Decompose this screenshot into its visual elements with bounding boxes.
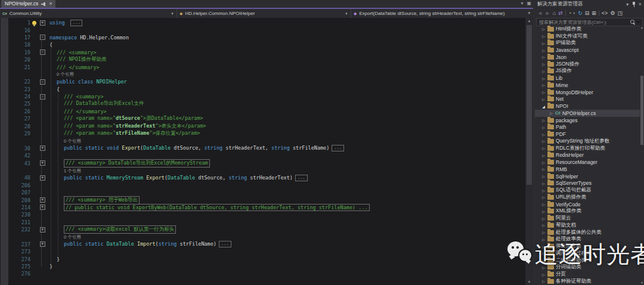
type-dropdown[interactable]: ◈ HD.Helper.Common.NPOIHelper ▼: [177, 9, 351, 18]
pending-changes-filter-icon[interactable]: ◔: [568, 10, 571, 17]
tree-item[interactable]: ▷各种验证帮助类: [535, 278, 640, 285]
tree-item[interactable]: ▷SqlServerTypes: [535, 180, 640, 187]
back-icon[interactable]: ◄: [537, 10, 543, 17]
expand-node-icon[interactable]: ▷: [541, 160, 546, 165]
expand-node-icon[interactable]: ▷: [541, 34, 546, 38]
expand-node-icon[interactable]: ▷: [541, 83, 546, 87]
expand-node-icon[interactable]: ▷: [541, 69, 546, 73]
expand-node-icon[interactable]: ▷: [541, 125, 546, 129]
show-all-files-icon[interactable]: ⊞: [592, 10, 596, 17]
document-list-dropdown-icon[interactable]: ▾: [521, 1, 523, 6]
collapsed-code-icon[interactable]: ...: [295, 175, 308, 181]
view-code-icon[interactable]: <>: [602, 10, 608, 17]
expand-node-icon[interactable]: ▷: [541, 230, 546, 234]
expand-node-icon[interactable]: ▷: [541, 181, 546, 185]
pin-tab-icon[interactable]: [41, 2, 46, 6]
expand-node-icon[interactable]: ▷: [541, 216, 546, 221]
tree-item[interactable]: ▷帮助文档: [535, 222, 640, 229]
tree-item[interactable]: ▷Net: [535, 96, 640, 103]
tree-item[interactable]: ▷Mime: [535, 82, 640, 89]
close-panel-icon[interactable]: ×: [639, 1, 642, 7]
codelens-references[interactable]: 0 个引用: [64, 138, 81, 144]
expand-node-icon[interactable]: ▷: [541, 132, 546, 137]
tree-item[interactable]: ▷RMB: [535, 166, 640, 173]
expand-node-icon[interactable]: ▷: [541, 55, 546, 59]
collapsed-region-box[interactable]: /// <summary> 用于Web导出: [64, 196, 140, 205]
tree-item[interactable]: ▷Html操作类: [535, 26, 640, 33]
editor-vertical-scrollbar[interactable]: ▲ ▼: [525, 18, 533, 285]
expand-node-icon[interactable]: ▷: [541, 41, 546, 45]
expand-node-icon[interactable]: ▷: [541, 279, 546, 283]
tree-item[interactable]: ▷QueryString 地址栏参数: [535, 138, 640, 145]
scroll-up-icon[interactable]: ▲: [640, 26, 644, 30]
collapse-region-icon[interactable]: -: [40, 49, 45, 55]
expand-node-icon[interactable]: ▷: [541, 62, 546, 66]
tree-item[interactable]: ▷INI文件读写类: [535, 33, 640, 40]
tree-item[interactable]: ▷JS操作: [535, 68, 640, 75]
collapse-region-icon[interactable]: -: [40, 94, 45, 100]
expand-node-icon[interactable]: ▷: [541, 209, 546, 213]
expand-node-icon[interactable]: ▷: [541, 244, 546, 249]
tree-item[interactable]: ▷二维码帮助类: [535, 257, 640, 264]
tab-npoihelper[interactable]: NPOIHelper.cs ×: [1, 0, 55, 8]
expand-node-icon[interactable]: ▷: [541, 223, 546, 227]
scroll-up-icon[interactable]: ▲: [525, 18, 533, 24]
preview-selected-icon[interactable]: ◳: [617, 10, 623, 17]
split-editor-handle[interactable]: +: [525, 9, 533, 18]
tree-item[interactable]: ▷SqlHelper: [535, 173, 640, 180]
codelens-references[interactable]: 1 个引用: [64, 168, 81, 174]
window-position-icon[interactable]: ▼: [626, 2, 630, 7]
expand-node-icon[interactable]: ▷: [541, 251, 546, 255]
scroll-down-icon[interactable]: ▼: [525, 279, 533, 285]
expand-node-icon[interactable]: ▷: [541, 202, 546, 206]
tree-item[interactable]: ▷调用存储过程类: [535, 250, 640, 257]
properties-icon[interactable]: ⚙: [610, 10, 615, 17]
close-tab-icon[interactable]: ×: [49, 1, 52, 7]
expand-region-icon[interactable]: +: [40, 20, 45, 26]
forward-icon[interactable]: ►: [545, 10, 550, 17]
expand-node-icon[interactable]: ▷: [541, 146, 546, 150]
tree-item-selected[interactable]: ▷C#NPOIHelper.cs: [535, 110, 640, 117]
expand-node-icon[interactable]: ▷: [541, 27, 546, 31]
collapse-all-icon[interactable]: ⊟: [585, 10, 590, 17]
tree-item[interactable]: ▷MongoDBHelper: [535, 89, 640, 96]
expand-region-icon[interactable]: +: [40, 205, 45, 210]
home-icon[interactable]: ⌂: [553, 10, 556, 17]
expand-region-icon[interactable]: +: [40, 175, 45, 181]
expand-node-icon[interactable]: ▷: [541, 97, 546, 101]
collapsed-region-box[interactable]: /// <summary>读取excel 默认第一行为标头: [64, 225, 176, 234]
tree-item[interactable]: ▷PDF: [535, 131, 640, 138]
tree-item[interactable]: ▷分词辅助类: [535, 264, 640, 271]
expand-node-icon[interactable]: ▷: [541, 153, 546, 157]
solution-search-box[interactable]: 搜索解决方案资源管理器(Ctrl+;) ▼: [536, 18, 643, 26]
pin-panel-icon[interactable]: [632, 2, 636, 7]
tree-item[interactable]: ▷Lib: [535, 75, 640, 82]
expand-node-icon[interactable]: ▷: [541, 272, 546, 277]
tree-item[interactable]: ▷Json: [535, 54, 640, 61]
tree-item[interactable]: ▷URL的操作类: [535, 194, 640, 201]
scroll-down-icon[interactable]: ▼: [640, 281, 644, 285]
expand-node-icon[interactable]: ▷: [541, 76, 546, 80]
collapsed-code-icon[interactable]: ...: [219, 241, 231, 247]
scrollbar-thumb[interactable]: [527, 25, 532, 185]
quick-actions-lightbulb-icon[interactable]: [32, 21, 36, 25]
sync-active-document-icon[interactable]: ↻: [578, 10, 583, 17]
collapsed-code-icon[interactable]: ...: [70, 20, 83, 26]
expand-node-icon[interactable]: ▷: [541, 258, 546, 262]
tree-item[interactable]: ▷XML操作类: [535, 208, 640, 215]
expand-node-icon[interactable]: ▷: [541, 237, 546, 241]
tree-item[interactable]: ▷RDLC直接打印帮助类: [535, 145, 640, 152]
search-icon[interactable]: [630, 20, 635, 25]
tree-item[interactable]: ▷处理多媒体的公共类: [535, 229, 640, 236]
expand-region-icon[interactable]: +: [40, 145, 45, 151]
code-editor[interactable]: 1+using ...1617-namespace HD.Helper.Comm…: [0, 18, 525, 285]
codelens-references[interactable]: 0 个引用: [57, 72, 74, 77]
collapsed-code-icon[interactable]: ...: [332, 145, 344, 151]
tree-item[interactable]: ▷RedisHelper: [535, 152, 640, 159]
expand-node-icon[interactable]: ▷: [549, 111, 554, 115]
expand-node-icon[interactable]: ▷: [541, 195, 546, 199]
expand-node-icon[interactable]: ▷: [541, 167, 546, 171]
switch-views-icon[interactable]: ⇄: [558, 10, 563, 17]
collapsed-region-box[interactable]: /// <summary> DataTable导出到Excel的MemorySt…: [64, 159, 210, 168]
tree-item[interactable]: ◢NPOI: [535, 103, 640, 110]
